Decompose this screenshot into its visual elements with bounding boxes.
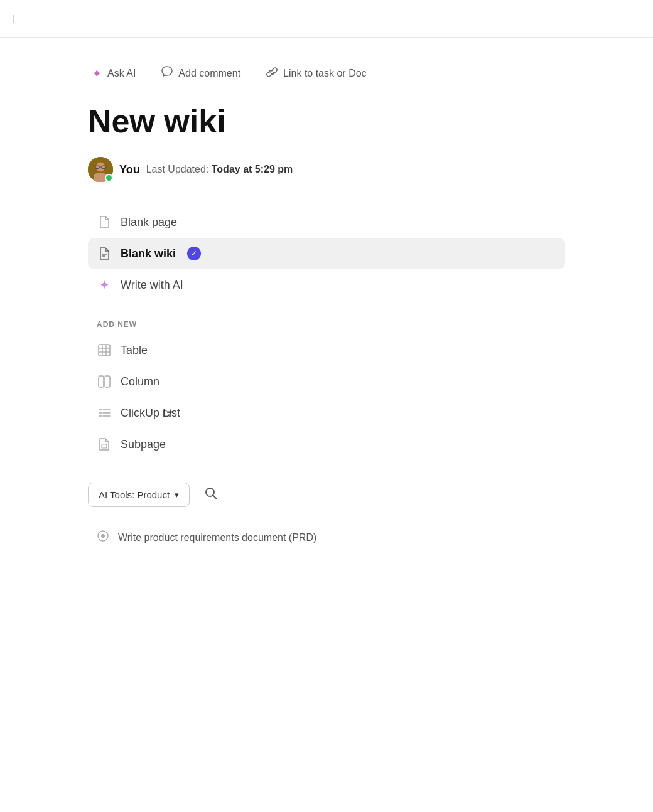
add-comment-label: Add comment — [178, 68, 240, 79]
toolbar: ✦ Ask AI Add comment Link to task or Doc — [88, 63, 565, 83]
column-icon — [97, 374, 112, 389]
add-comment-button[interactable]: Add comment — [157, 63, 244, 83]
last-updated: Last Updated: Today at 5:29 pm — [146, 164, 293, 175]
link-label: Link to task or Doc — [283, 68, 367, 79]
ai-tools-dropdown[interactable]: AI Tools: Product ▾ — [88, 483, 190, 507]
clickup-list-label: ClickUp List — [121, 407, 180, 420]
subpage-icon — [97, 437, 112, 452]
ai-sparkle-icon: ✦ — [97, 277, 112, 292]
svg-line-23 — [213, 495, 217, 499]
ask-ai-label: Ask AI — [107, 68, 136, 79]
suggestion-icon — [97, 530, 109, 545]
add-new-section: ADD NEW Table — [88, 320, 565, 459]
svg-rect-8 — [99, 345, 110, 356]
top-bar: ⊢ — [0, 0, 653, 38]
svg-rect-21 — [102, 444, 107, 448]
option-list: Blank page Blank wiki ✓ ✦ Write with AI — [88, 207, 565, 300]
avatar — [88, 157, 113, 182]
sparkle-icon: ✦ — [92, 66, 102, 81]
page-title: New wiki — [88, 104, 565, 139]
main-content: ✦ Ask AI Add comment Link to task or Doc… — [0, 38, 653, 590]
chevron-down-icon: ▾ — [175, 490, 179, 499]
option-write-ai[interactable]: ✦ Write with AI — [88, 270, 565, 300]
link-icon — [266, 66, 278, 81]
table-icon — [97, 343, 112, 358]
table-label: Table — [121, 344, 148, 357]
author-row: You Last Updated: Today at 5:29 pm — [88, 157, 565, 182]
svg-rect-13 — [99, 376, 104, 387]
ai-tools-label: AI Tools: Product — [99, 489, 170, 500]
search-icon — [204, 486, 218, 503]
sidebar-toggle-icon[interactable]: ⊢ — [13, 11, 23, 26]
suggestion-label: Write product requirements document (PRD… — [118, 532, 316, 543]
subpage-label: Subpage — [121, 438, 166, 451]
option-blank-page[interactable]: Blank page — [88, 207, 565, 237]
suggestion-prd[interactable]: Write product requirements document (PRD… — [88, 522, 565, 553]
wiki-page-icon — [97, 246, 112, 261]
clickup-list-icon — [97, 405, 112, 420]
svg-point-25 — [101, 534, 105, 538]
add-table-item[interactable]: Table — [88, 335, 565, 365]
blank-wiki-label: Blank wiki — [121, 247, 176, 260]
add-subpage-item[interactable]: Subpage — [88, 429, 565, 459]
search-button[interactable] — [198, 482, 224, 507]
blank-page-label: Blank page — [121, 216, 177, 229]
option-blank-wiki[interactable]: Blank wiki ✓ — [88, 238, 565, 269]
column-label: Column — [121, 375, 159, 388]
write-ai-label: Write with AI — [121, 279, 183, 292]
bottom-toolbar: AI Tools: Product ▾ — [88, 482, 565, 507]
link-button[interactable]: Link to task or Doc — [262, 63, 370, 83]
verified-badge-icon: ✓ — [187, 247, 201, 260]
add-clickup-list-item[interactable]: ClickUp List — [88, 398, 565, 428]
ask-ai-button[interactable]: ✦ Ask AI — [88, 63, 139, 83]
svg-rect-14 — [105, 376, 110, 387]
page-icon — [97, 215, 112, 230]
comment-icon — [161, 65, 173, 81]
add-new-list: Table Column — [88, 335, 565, 459]
add-column-item[interactable]: Column — [88, 366, 565, 397]
author-name: You — [119, 163, 140, 176]
add-new-heading: ADD NEW — [97, 320, 556, 329]
